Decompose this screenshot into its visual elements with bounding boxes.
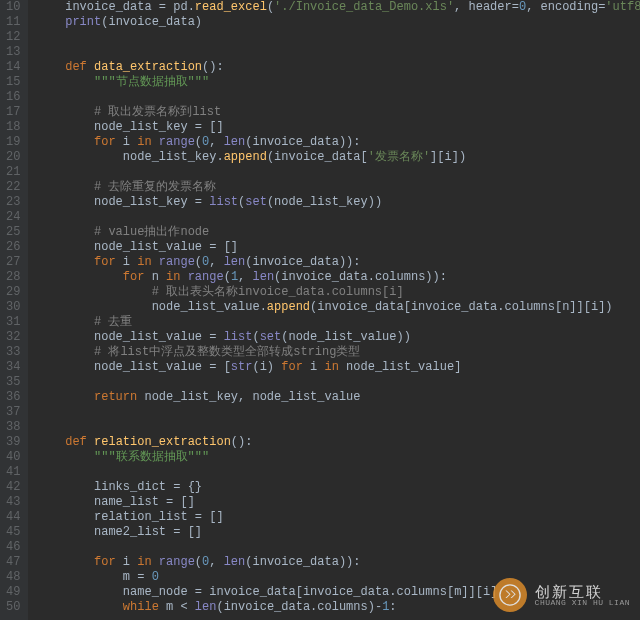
line-number: 42	[6, 480, 20, 495]
line-number: 21	[6, 165, 20, 180]
line-number: 18	[6, 120, 20, 135]
watermark-en: CHUANG XIN HU LIAN	[535, 599, 630, 607]
code-editor[interactable]: 1011121314151617181920212223242526272829…	[0, 0, 640, 620]
code-line[interactable]	[36, 420, 632, 435]
line-number: 23	[6, 195, 20, 210]
code-line[interactable]: name_list = []	[36, 495, 632, 510]
code-line[interactable]: invoice_data = pd.read_excel('./Invoice_…	[36, 0, 632, 15]
line-number: 14	[6, 60, 20, 75]
code-line[interactable]: # 取出发票名称到list	[36, 105, 632, 120]
code-line[interactable]: """联系数据抽取"""	[36, 450, 632, 465]
line-number: 11	[6, 15, 20, 30]
line-number: 29	[6, 285, 20, 300]
code-line[interactable]: # 去除重复的发票名称	[36, 180, 632, 195]
code-line[interactable]: for n in range(1, len(invoice_data.colum…	[36, 270, 632, 285]
code-line[interactable]	[36, 210, 632, 225]
line-number: 43	[6, 495, 20, 510]
code-line[interactable]	[36, 30, 632, 45]
line-number: 35	[6, 375, 20, 390]
line-number: 17	[6, 105, 20, 120]
line-number: 39	[6, 435, 20, 450]
watermark-logo-icon	[493, 578, 527, 612]
line-number: 44	[6, 510, 20, 525]
watermark-cn: 创新互联	[535, 584, 630, 599]
line-number: 30	[6, 300, 20, 315]
code-line[interactable]	[36, 405, 632, 420]
code-line[interactable]: node_list_key.append(invoice_data['发票名称'…	[36, 150, 632, 165]
code-line[interactable]: """节点数据抽取"""	[36, 75, 632, 90]
code-line[interactable]: # 取出表头名称invoice_data.columns[i]	[36, 285, 632, 300]
code-line[interactable]: node_list_key = []	[36, 120, 632, 135]
code-line[interactable]: node_list_key = list(set(node_list_key))	[36, 195, 632, 210]
line-number: 33	[6, 345, 20, 360]
line-gutter: 1011121314151617181920212223242526272829…	[0, 0, 28, 620]
line-number: 37	[6, 405, 20, 420]
line-number: 46	[6, 540, 20, 555]
line-number: 24	[6, 210, 20, 225]
code-line[interactable]: # 将list中浮点及整数类型全部转成string类型	[36, 345, 632, 360]
line-number: 48	[6, 570, 20, 585]
line-number: 47	[6, 555, 20, 570]
code-line[interactable]	[36, 165, 632, 180]
code-line[interactable]: for i in range(0, len(invoice_data)):	[36, 555, 632, 570]
line-number: 13	[6, 45, 20, 60]
line-number: 36	[6, 390, 20, 405]
line-number: 25	[6, 225, 20, 240]
code-line[interactable]: def relation_extraction():	[36, 435, 632, 450]
line-number: 34	[6, 360, 20, 375]
line-number: 27	[6, 255, 20, 270]
line-number: 12	[6, 30, 20, 45]
code-line[interactable]: node_list_value.append(invoice_data[invo…	[36, 300, 632, 315]
line-number: 15	[6, 75, 20, 90]
line-number: 40	[6, 450, 20, 465]
line-number: 49	[6, 585, 20, 600]
line-number: 16	[6, 90, 20, 105]
code-line[interactable]: def data_extraction():	[36, 60, 632, 75]
svg-point-0	[499, 585, 519, 605]
code-line[interactable]: relation_list = []	[36, 510, 632, 525]
code-line[interactable]: # 去重	[36, 315, 632, 330]
code-area[interactable]: invoice_data = pd.read_excel('./Invoice_…	[28, 0, 640, 620]
code-line[interactable]: node_list_value = [str(i) for i in node_…	[36, 360, 632, 375]
code-line[interactable]: links_dict = {}	[36, 480, 632, 495]
line-number: 50	[6, 600, 20, 615]
code-line[interactable]	[36, 90, 632, 105]
line-number: 32	[6, 330, 20, 345]
code-line[interactable]	[36, 45, 632, 60]
code-line[interactable]: name2_list = []	[36, 525, 632, 540]
code-line[interactable]: for i in range(0, len(invoice_data)):	[36, 255, 632, 270]
code-line[interactable]: print(invoice_data)	[36, 15, 632, 30]
code-line[interactable]	[36, 465, 632, 480]
line-number: 20	[6, 150, 20, 165]
code-line[interactable]	[36, 375, 632, 390]
code-line[interactable]: for i in range(0, len(invoice_data)):	[36, 135, 632, 150]
code-line[interactable]	[36, 540, 632, 555]
line-number: 10	[6, 0, 20, 15]
code-line[interactable]: # value抽出作node	[36, 225, 632, 240]
line-number: 22	[6, 180, 20, 195]
line-number: 45	[6, 525, 20, 540]
watermark: 创新互联 CHUANG XIN HU LIAN	[493, 578, 630, 612]
line-number: 31	[6, 315, 20, 330]
code-line[interactable]: node_list_value = []	[36, 240, 632, 255]
line-number: 19	[6, 135, 20, 150]
line-number: 41	[6, 465, 20, 480]
line-number: 28	[6, 270, 20, 285]
line-number: 26	[6, 240, 20, 255]
code-line[interactable]: node_list_value = list(set(node_list_val…	[36, 330, 632, 345]
line-number: 38	[6, 420, 20, 435]
code-line[interactable]: return node_list_key, node_list_value	[36, 390, 632, 405]
